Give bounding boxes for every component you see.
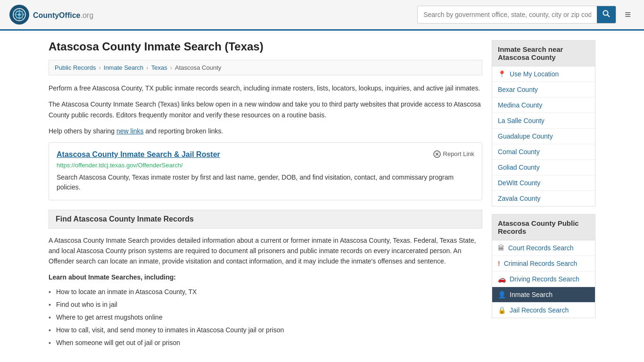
list-item: Where to get arrest mugshots online [49,311,482,324]
sidebar-item-inmate-search[interactable]: 👤 Inmate Search [492,287,595,303]
breadcrumb-current: Atascosa County [175,64,221,71]
find-records-content: A Atascosa County Inmate Search provides… [49,235,482,357]
criminal-icon: ! [498,260,500,267]
sidebar-item-medina[interactable]: Medina County [492,98,595,113]
sidebar-item-criminal-records[interactable]: ! Criminal Records Search [492,256,595,272]
search-input[interactable] [418,7,597,22]
list-item: How to locate an inmate in Atascosa Coun… [49,286,482,298]
sidebar: Inmate Search near Atascosa County 📍 Use… [492,40,595,357]
svg-point-5 [603,11,608,16]
link-card-header: Atascosa County Inmate Search & Jail Ros… [57,150,474,159]
new-links-link[interactable]: new links [116,127,144,135]
intro-paragraph-3: Help others by sharing new links and rep… [49,126,482,136]
intro-paragraph-1: Perform a free Atascosa County, TX publi… [49,83,482,93]
report-link-btn[interactable]: Report Link [433,150,474,158]
header-right: ≡ [417,6,635,24]
link-description: Search Atascosa County, Texas inmate ros… [57,173,474,192]
sidebar-item-dewitt[interactable]: DeWitt County [492,175,595,191]
sidebar-use-my-location[interactable]: 📍 Use My Location [492,66,595,82]
sidebar-item-driving-records[interactable]: 🚗 Driving Records Search [492,272,595,287]
sidebar-item-guadalupe[interactable]: Guadalupe County [492,129,595,144]
breadcrumb-inmate-search[interactable]: Inmate Search [104,64,144,71]
breadcrumb-public-records[interactable]: Public Records [55,64,96,71]
location-icon: 📍 [498,70,506,78]
find-description: A Atascosa County Inmate Search provides… [49,235,482,267]
logo-suffix: .org [80,11,93,19]
logo-area: CountyOffice.org [9,5,93,25]
breadcrumb: Public Records › Inmate Search › Texas ›… [49,60,482,75]
menu-button[interactable]: ≡ [621,7,635,23]
logo-text: CountyOffice.org [33,9,93,20]
sidebar-public-records-title: Atascosa County Public Records [492,214,595,240]
sidebar-item-lasalle[interactable]: La Salle County [492,113,595,129]
find-records-section-header: Find Atascosa County Inmate Records [49,210,482,229]
sidebar-item-zavala[interactable]: Zavala County [492,191,595,206]
sidebar-nearby-title: Inmate Search near Atascosa County [492,40,595,66]
driving-icon: 🚗 [498,275,506,283]
bullet-list: How to locate an inmate in Atascosa Coun… [49,286,482,349]
sidebar-nearby-section: 📍 Use My Location Bexar County Medina Co… [492,66,595,206]
sidebar-item-jail-records[interactable]: 🔒 Jail Records Search [492,303,595,318]
link-card-title[interactable]: Atascosa County Inmate Search & Jail Ros… [57,150,220,159]
sidebar-item-goliad[interactable]: Goliad County [492,160,595,175]
link-card: Atascosa County Inmate Search & Jail Ros… [49,142,482,200]
sidebar-public-records-section: 🏛 Court Records Search ! Criminal Record… [492,240,595,318]
use-my-location-link[interactable]: Use My Location [510,70,559,78]
jail-icon: 🔒 [498,306,506,314]
svg-line-6 [608,15,610,17]
link-url[interactable]: https://offender.tdcj.texas.gov/Offender… [57,162,474,169]
logo-icon [9,5,29,25]
learn-title: Learn about Inmate Searches, including: [49,273,482,281]
list-item: How to call, visit, and send money to in… [49,324,482,337]
search-button[interactable] [597,6,616,23]
site-header: CountyOffice.org ≡ [0,0,644,31]
sidebar-item-court-records[interactable]: 🏛 Court Records Search [492,240,595,256]
court-icon: 🏛 [498,244,504,252]
inmate-icon: 👤 [498,291,506,298]
sidebar-item-bexar[interactable]: Bexar County [492,82,595,98]
find-section-title: Find Atascosa County Inmate Records [56,215,475,223]
sidebar-item-comal[interactable]: Comal County [492,144,595,160]
list-item: Find out who is in jail [49,298,482,311]
main-content: Atascosa County Inmate Search (Texas) Pu… [49,40,482,357]
list-item: When someone will get out of jail or pri… [49,337,482,349]
logo-name: CountyOffice [33,11,80,19]
main-container: Atascosa County Inmate Search (Texas) Pu… [39,31,605,362]
search-bar [417,6,616,24]
intro-paragraph-2: The Atascosa County Inmate Search (Texas… [49,99,482,120]
page-title: Atascosa County Inmate Search (Texas) [49,40,482,53]
breadcrumb-texas[interactable]: Texas [151,64,167,71]
